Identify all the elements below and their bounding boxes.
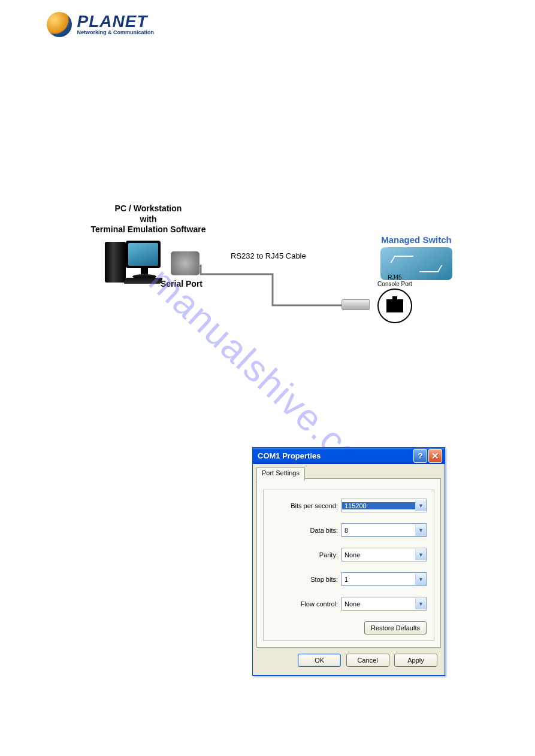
rj45-plug-icon bbox=[341, 299, 370, 310]
chevron-down-icon[interactable]: ▼ bbox=[415, 573, 426, 585]
planet-globe-icon bbox=[47, 12, 72, 37]
stopbits-value: 1 bbox=[342, 576, 415, 583]
help-button[interactable]: ? bbox=[413, 449, 427, 463]
chevron-down-icon[interactable]: ▼ bbox=[415, 500, 426, 511]
databits-label: Data bits: bbox=[271, 527, 341, 534]
com1-properties-dialog: COM1 Properties ? ✕ Port Settings Bits p… bbox=[252, 447, 445, 676]
restore-defaults-button[interactable]: Restore Defaults bbox=[364, 621, 427, 634]
titlebar[interactable]: COM1 Properties ? ✕ bbox=[253, 448, 445, 464]
cable-line bbox=[168, 265, 359, 312]
flowcontrol-value: None bbox=[342, 600, 415, 608]
stopbits-label: Stop bits: bbox=[271, 576, 341, 583]
bps-value: 115200 bbox=[342, 502, 415, 509]
parity-label: Parity: bbox=[271, 551, 341, 558]
bps-label: Bits per second: bbox=[271, 502, 341, 509]
flowcontrol-select[interactable]: None ▼ bbox=[341, 597, 427, 611]
connection-diagram: PC / Workstation with Terminal Emulation… bbox=[78, 204, 461, 329]
databits-value: 8 bbox=[342, 527, 415, 534]
close-button[interactable]: ✕ bbox=[428, 449, 442, 463]
parity-select[interactable]: None ▼ bbox=[341, 548, 427, 561]
managed-switch-block: Managed Switch bbox=[371, 235, 461, 280]
pc-workstation-icon bbox=[105, 241, 165, 286]
databits-select[interactable]: 8 ▼ bbox=[341, 523, 427, 537]
port-label-l1: RJ45 bbox=[374, 274, 415, 281]
chevron-down-icon[interactable]: ▼ bbox=[415, 598, 426, 609]
chevron-down-icon[interactable]: ▼ bbox=[415, 524, 426, 536]
pc-title: PC / Workstation with Terminal Emulation… bbox=[78, 204, 219, 235]
rj45-jack-icon bbox=[386, 299, 403, 312]
logo-tagline: Networking & Communication bbox=[77, 29, 154, 35]
close-icon: ✕ bbox=[431, 451, 439, 462]
chevron-down-icon[interactable]: ▼ bbox=[415, 549, 426, 560]
parity-value: None bbox=[342, 551, 415, 558]
stopbits-select[interactable]: 1 ▼ bbox=[341, 572, 427, 586]
planet-logo: PLANET Networking & Communication bbox=[47, 12, 154, 37]
cable-label: RS232 to RJ45 Cable bbox=[231, 251, 306, 260]
tab-pane: Port Settings Bits per second: 115200 ▼ … bbox=[256, 478, 441, 648]
tab-port-settings[interactable]: Port Settings bbox=[256, 467, 305, 481]
logo-brand: PLANET bbox=[77, 14, 154, 29]
cancel-button[interactable]: Cancel bbox=[346, 654, 389, 667]
apply-button[interactable]: Apply bbox=[394, 654, 437, 667]
dialog-button-row: OK Cancel Apply bbox=[256, 648, 441, 672]
flowcontrol-label: Flow control: bbox=[271, 600, 341, 608]
port-label-l2: Console Port bbox=[374, 281, 415, 287]
console-port-callout: RJ45 Console Port bbox=[374, 274, 415, 323]
port-settings-group: Bits per second: 115200 ▼ Data bits: 8 ▼… bbox=[263, 490, 434, 641]
ok-button[interactable]: OK bbox=[298, 654, 341, 667]
managed-switch-label: Managed Switch bbox=[371, 235, 461, 245]
bps-select[interactable]: 115200 ▼ bbox=[341, 499, 427, 512]
dialog-title: COM1 Properties bbox=[258, 451, 321, 460]
